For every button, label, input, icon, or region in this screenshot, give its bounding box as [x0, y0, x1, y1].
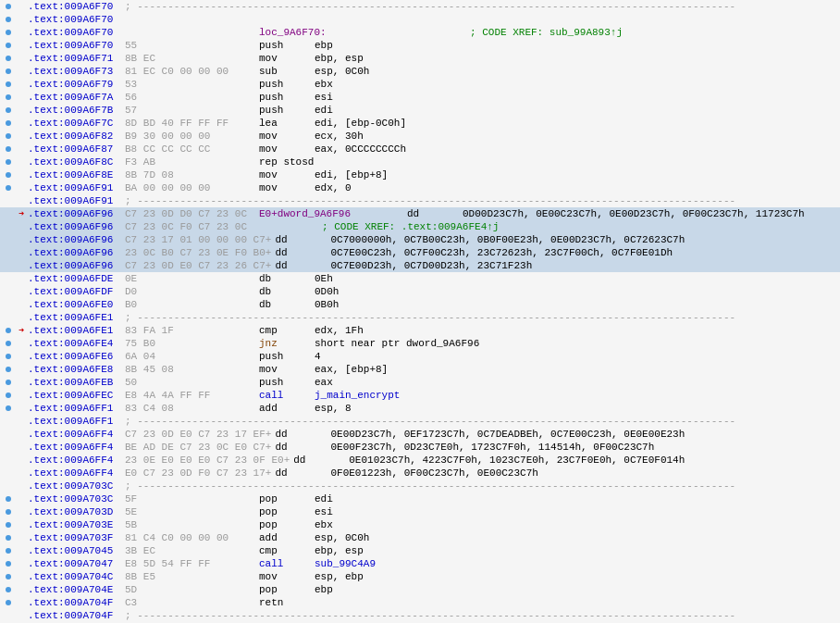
dot-indicator: [6, 146, 11, 152]
breakpoint-dot[interactable]: [2, 81, 15, 87]
table-row: .text:009A6F87B8 CC CC CC CCmov eax, 0CC…: [0, 143, 840, 156]
breakpoint-dot[interactable]: [2, 535, 15, 541]
mnemonic: mov: [259, 131, 315, 142]
breakpoint-dot[interactable]: [2, 69, 15, 74]
breakpoint-dot[interactable]: [2, 159, 15, 165]
operand: ebx: [315, 79, 333, 90]
byte-values: 23 0C B0 C7 23 0E F0 B0+: [125, 247, 275, 258]
table-row: .text:009A6F7953push ebx: [0, 78, 840, 91]
breakpoint-dot[interactable]: [2, 354, 15, 359]
byte-values: E8 5D 54 FF FF: [125, 558, 259, 569]
table-row: .text:009A6F96C7 23 0C F0 C7 23 0C; CODE…: [0, 220, 840, 233]
breakpoint-dot[interactable]: [2, 43, 15, 48]
breakpoint-dot[interactable]: [2, 4, 15, 9]
breakpoint-dot[interactable]: [2, 30, 15, 35]
breakpoint-dot[interactable]: [2, 133, 15, 139]
operand: edi, [ebp+8]: [315, 169, 388, 181]
breakpoint-dot[interactable]: [2, 146, 15, 152]
byte-values: 81 C4 C0 00 00 00: [125, 532, 259, 543]
table-row: .text:009A6F7B57push edi: [0, 104, 840, 117]
byte-values: 8B E5: [125, 571, 259, 582]
operand: ebp: [315, 584, 333, 595]
code-view-container[interactable]: .text:009A6F70 ; -----------------------…: [0, 0, 840, 623]
breakpoint-dot[interactable]: [2, 328, 15, 333]
breakpoint-dot[interactable]: [2, 172, 15, 178]
breakpoint-dot[interactable]: [2, 561, 15, 567]
breakpoint-dot[interactable]: [2, 17, 15, 22]
breakpoint-dot[interactable]: [2, 548, 15, 554]
mnemonic: dd: [275, 247, 330, 258]
byte-values: 5F: [125, 493, 259, 505]
mnemonic: cmp: [259, 325, 315, 336]
breakpoint-dot[interactable]: [2, 509, 15, 515]
breakpoint-dot[interactable]: [2, 94, 15, 100]
breakpoint-dot[interactable]: [2, 107, 15, 113]
mnemonic: mov: [259, 571, 315, 582]
address-label: .text:009A6F7A: [28, 92, 125, 103]
breakpoint-dot[interactable]: [2, 496, 15, 502]
mnemonic: dd: [293, 455, 349, 466]
breakpoint-dot[interactable]: [2, 600, 15, 605]
address-label: .text:009A6F96: [28, 247, 125, 258]
address-label: .text:009A703E: [28, 519, 125, 530]
address-label: .text:009A6F71: [28, 53, 125, 64]
byte-values: C7 23 0D D0 C7 23 0C: [125, 208, 259, 219]
operand: edx, 0: [315, 182, 352, 193]
byte-values: 83 FA 1F: [125, 325, 259, 336]
mnemonic: sub: [259, 66, 315, 77]
address-label: .text:009A7047: [28, 558, 125, 569]
breakpoint-dot[interactable]: [2, 574, 15, 579]
dot-indicator: [6, 159, 11, 165]
dot-indicator: [6, 172, 11, 178]
breakpoint-dot[interactable]: [2, 185, 15, 191]
byte-values: C7 23 0D E0 C7 23 17 EF+: [125, 429, 275, 440]
breakpoint-dot[interactable]: [2, 120, 15, 126]
mnemonic: push: [259, 92, 315, 103]
mnemonic: add: [259, 403, 315, 414]
dot-indicator: [6, 535, 11, 541]
address-label: .text:009A6FF4: [28, 429, 125, 440]
code-label: E0+dword_9A6F96: [259, 208, 407, 219]
breakpoint-dot[interactable]: [2, 392, 15, 398]
operand: 4: [315, 351, 321, 362]
byte-values: B0: [125, 299, 259, 310]
dot-indicator: [6, 587, 11, 592]
byte-values: 55: [125, 40, 259, 51]
address-label: .text:009A6F7C: [28, 118, 125, 129]
address-label: .text:009A704F: [28, 610, 125, 621]
dot-indicator: [6, 341, 11, 346]
address-label: .text:009A6F96: [28, 260, 125, 271]
byte-values: B9 30 00 00 00: [125, 131, 259, 142]
operand: ecx, 30h: [315, 131, 364, 142]
operand: esp, 0C0h: [315, 532, 369, 543]
breakpoint-dot[interactable]: [2, 56, 15, 61]
breakpoint-dot[interactable]: [2, 367, 15, 372]
address-label: .text:009A6FEB: [28, 377, 125, 388]
address-label: .text:009A6FE1: [28, 325, 125, 336]
breakpoint-dot[interactable]: [2, 341, 15, 346]
byte-values: 57: [125, 105, 259, 116]
address-label: .text:009A6FF4: [28, 455, 125, 466]
dot-indicator: [6, 367, 11, 372]
address-label: .text:009A6FE1: [28, 312, 125, 323]
address-label: .text:009A6F91: [28, 182, 125, 193]
mnemonic: push: [259, 377, 315, 388]
byte-values: 5D: [125, 584, 259, 595]
dot-indicator: [6, 328, 11, 333]
table-row: .text:009A704F ; -----------------------…: [0, 609, 840, 622]
byte-values: C3: [125, 597, 259, 608]
separator-line: ; --------------------------------------…: [125, 1, 840, 12]
breakpoint-dot[interactable]: [2, 587, 15, 592]
dot-indicator: [6, 561, 11, 567]
address-label: .text:009A6FE8: [28, 364, 125, 375]
breakpoint-dot[interactable]: [2, 380, 15, 385]
table-row: .text:009A6F70 ; -----------------------…: [0, 0, 840, 13]
mnemonic: mov: [259, 53, 315, 64]
byte-values: 8D BD 40 FF FF FF: [125, 118, 259, 129]
table-row: .text:009A6FDE0Edb 0Eh: [0, 272, 840, 285]
mnemonic: push: [259, 105, 315, 116]
breakpoint-dot[interactable]: [2, 405, 15, 411]
table-row: .text:009A6F7A56push esi: [0, 91, 840, 104]
table-row: .text:009A6FF423 0E E0 E0 E0 C7 23 0F E0…: [0, 454, 840, 467]
breakpoint-dot[interactable]: [2, 522, 15, 528]
